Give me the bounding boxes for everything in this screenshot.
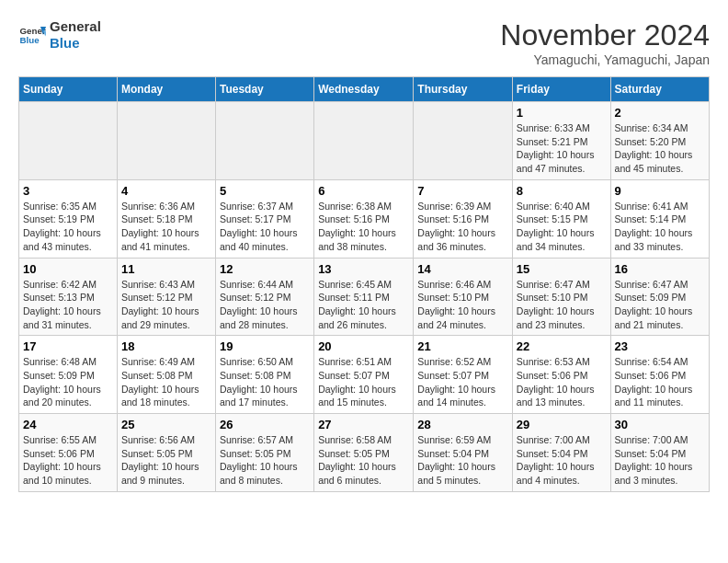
calendar-cell: 8Sunrise: 6:40 AM Sunset: 5:15 PM Daylig… bbox=[512, 179, 610, 258]
day-info: Sunrise: 6:56 AM Sunset: 5:05 PM Dayligh… bbox=[121, 433, 211, 488]
day-info: Sunrise: 6:40 AM Sunset: 5:15 PM Dayligh… bbox=[517, 200, 607, 254]
calendar-cell bbox=[19, 102, 118, 180]
day-info: Sunrise: 6:55 AM Sunset: 5:06 PM Dayligh… bbox=[23, 433, 113, 488]
calendar-cell: 6Sunrise: 6:38 AM Sunset: 5:16 PM Daylig… bbox=[314, 179, 414, 258]
day-number: 2 bbox=[615, 106, 705, 120]
calendar-week-4: 17Sunrise: 6:48 AM Sunset: 5:09 PM Dayli… bbox=[19, 336, 710, 414]
day-number: 27 bbox=[318, 418, 409, 431]
title-area: November 2024 Yamaguchi, Yamaguchi, Japa… bbox=[500, 18, 710, 67]
day-info: Sunrise: 6:39 AM Sunset: 5:16 PM Dayligh… bbox=[417, 200, 508, 254]
header: General Blue General Blue November 2024 … bbox=[18, 18, 710, 67]
day-number: 26 bbox=[220, 418, 310, 431]
day-number: 14 bbox=[417, 262, 508, 276]
calendar-cell: 27Sunrise: 6:58 AM Sunset: 5:05 PM Dayli… bbox=[314, 414, 414, 492]
calendar-cell: 4Sunrise: 6:36 AM Sunset: 5:18 PM Daylig… bbox=[117, 179, 215, 258]
day-number: 1 bbox=[517, 106, 607, 120]
day-number: 29 bbox=[517, 418, 607, 431]
calendar-cell: 21Sunrise: 6:52 AM Sunset: 5:07 PM Dayli… bbox=[414, 336, 513, 414]
day-info: Sunrise: 6:34 AM Sunset: 5:20 PM Dayligh… bbox=[615, 121, 705, 176]
calendar-cell: 11Sunrise: 6:43 AM Sunset: 5:12 PM Dayli… bbox=[117, 258, 215, 336]
day-number: 30 bbox=[615, 418, 705, 431]
day-info: Sunrise: 6:36 AM Sunset: 5:18 PM Dayligh… bbox=[121, 200, 211, 254]
calendar-cell: 17Sunrise: 6:48 AM Sunset: 5:09 PM Dayli… bbox=[19, 336, 118, 414]
calendar-week-3: 10Sunrise: 6:42 AM Sunset: 5:13 PM Dayli… bbox=[19, 258, 710, 336]
calendar-cell: 15Sunrise: 6:47 AM Sunset: 5:10 PM Dayli… bbox=[512, 258, 610, 336]
day-info: Sunrise: 7:00 AM Sunset: 5:04 PM Dayligh… bbox=[615, 433, 705, 488]
day-header-friday: Friday bbox=[512, 77, 610, 102]
calendar-cell: 26Sunrise: 6:57 AM Sunset: 5:05 PM Dayli… bbox=[215, 414, 313, 492]
calendar-cell: 2Sunrise: 6:34 AM Sunset: 5:20 PM Daylig… bbox=[610, 102, 709, 180]
day-header-wednesday: Wednesday bbox=[314, 77, 414, 102]
calendar-week-1: 1Sunrise: 6:33 AM Sunset: 5:21 PM Daylig… bbox=[19, 102, 710, 180]
day-info: Sunrise: 6:57 AM Sunset: 5:05 PM Dayligh… bbox=[220, 433, 310, 488]
day-info: Sunrise: 6:47 AM Sunset: 5:10 PM Dayligh… bbox=[517, 278, 607, 332]
day-info: Sunrise: 7:00 AM Sunset: 5:04 PM Dayligh… bbox=[517, 433, 607, 488]
day-header-sunday: Sunday bbox=[19, 77, 118, 102]
calendar-cell: 24Sunrise: 6:55 AM Sunset: 5:06 PM Dayli… bbox=[19, 414, 118, 492]
calendar-cell: 1Sunrise: 6:33 AM Sunset: 5:21 PM Daylig… bbox=[512, 102, 610, 180]
day-info: Sunrise: 6:58 AM Sunset: 5:05 PM Dayligh… bbox=[318, 433, 409, 488]
day-number: 16 bbox=[615, 262, 705, 276]
day-number: 21 bbox=[417, 339, 508, 353]
day-header-tuesday: Tuesday bbox=[215, 77, 313, 102]
day-number: 25 bbox=[121, 418, 211, 431]
calendar-cell: 16Sunrise: 6:47 AM Sunset: 5:09 PM Dayli… bbox=[610, 258, 709, 336]
calendar-cell: 20Sunrise: 6:51 AM Sunset: 5:07 PM Dayli… bbox=[314, 336, 414, 414]
calendar-cell: 9Sunrise: 6:41 AM Sunset: 5:14 PM Daylig… bbox=[610, 179, 709, 258]
day-info: Sunrise: 6:59 AM Sunset: 5:04 PM Dayligh… bbox=[417, 433, 508, 488]
calendar-cell bbox=[117, 102, 215, 180]
day-info: Sunrise: 6:52 AM Sunset: 5:07 PM Dayligh… bbox=[417, 355, 508, 409]
calendar-cell: 14Sunrise: 6:46 AM Sunset: 5:10 PM Dayli… bbox=[414, 258, 513, 336]
day-header-saturday: Saturday bbox=[610, 77, 709, 102]
day-number: 19 bbox=[220, 339, 310, 353]
calendar-cell bbox=[314, 102, 414, 180]
day-number: 5 bbox=[220, 184, 310, 198]
day-number: 24 bbox=[23, 418, 113, 431]
logo-text: General Blue bbox=[50, 18, 101, 52]
calendar-cell: 22Sunrise: 6:53 AM Sunset: 5:06 PM Dayli… bbox=[512, 336, 610, 414]
day-header-monday: Monday bbox=[117, 77, 215, 102]
calendar-cell: 13Sunrise: 6:45 AM Sunset: 5:11 PM Dayli… bbox=[314, 258, 414, 336]
day-number: 7 bbox=[417, 184, 508, 198]
day-header-thursday: Thursday bbox=[414, 77, 513, 102]
calendar-cell: 25Sunrise: 6:56 AM Sunset: 5:05 PM Dayli… bbox=[117, 414, 215, 492]
calendar-header-row: SundayMondayTuesdayWednesdayThursdayFrid… bbox=[19, 77, 710, 102]
day-number: 6 bbox=[318, 184, 409, 198]
calendar-cell: 29Sunrise: 7:00 AM Sunset: 5:04 PM Dayli… bbox=[512, 414, 610, 492]
day-info: Sunrise: 6:49 AM Sunset: 5:08 PM Dayligh… bbox=[121, 355, 211, 409]
day-info: Sunrise: 6:38 AM Sunset: 5:16 PM Dayligh… bbox=[318, 200, 409, 254]
calendar-cell: 5Sunrise: 6:37 AM Sunset: 5:17 PM Daylig… bbox=[215, 179, 313, 258]
calendar-week-5: 24Sunrise: 6:55 AM Sunset: 5:06 PM Dayli… bbox=[19, 414, 710, 492]
day-number: 18 bbox=[121, 339, 211, 353]
page-subtitle: Yamaguchi, Yamaguchi, Japan bbox=[500, 52, 710, 67]
day-number: 28 bbox=[417, 418, 508, 431]
calendar-cell: 30Sunrise: 7:00 AM Sunset: 5:04 PM Dayli… bbox=[610, 414, 709, 492]
calendar-cell: 12Sunrise: 6:44 AM Sunset: 5:12 PM Dayli… bbox=[215, 258, 313, 336]
day-info: Sunrise: 6:44 AM Sunset: 5:12 PM Dayligh… bbox=[220, 278, 310, 332]
day-number: 8 bbox=[517, 184, 607, 198]
day-number: 17 bbox=[23, 339, 113, 353]
calendar-week-2: 3Sunrise: 6:35 AM Sunset: 5:19 PM Daylig… bbox=[19, 179, 710, 258]
logo-icon: General Blue bbox=[18, 21, 46, 49]
calendar-cell: 28Sunrise: 6:59 AM Sunset: 5:04 PM Dayli… bbox=[414, 414, 513, 492]
page-title: November 2024 bbox=[500, 18, 710, 52]
calendar-table: SundayMondayTuesdayWednesdayThursdayFrid… bbox=[18, 76, 710, 492]
day-number: 9 bbox=[615, 184, 705, 198]
day-info: Sunrise: 6:48 AM Sunset: 5:09 PM Dayligh… bbox=[23, 355, 113, 409]
calendar-cell bbox=[414, 102, 513, 180]
day-info: Sunrise: 6:51 AM Sunset: 5:07 PM Dayligh… bbox=[318, 355, 409, 409]
calendar-cell bbox=[215, 102, 313, 180]
day-info: Sunrise: 6:50 AM Sunset: 5:08 PM Dayligh… bbox=[220, 355, 310, 409]
day-info: Sunrise: 6:41 AM Sunset: 5:14 PM Dayligh… bbox=[615, 200, 705, 254]
day-number: 20 bbox=[318, 339, 409, 353]
day-info: Sunrise: 6:47 AM Sunset: 5:09 PM Dayligh… bbox=[615, 278, 705, 332]
day-info: Sunrise: 6:42 AM Sunset: 5:13 PM Dayligh… bbox=[23, 278, 113, 332]
calendar-cell: 3Sunrise: 6:35 AM Sunset: 5:19 PM Daylig… bbox=[19, 179, 118, 258]
day-info: Sunrise: 6:35 AM Sunset: 5:19 PM Dayligh… bbox=[23, 200, 113, 254]
day-number: 22 bbox=[517, 339, 607, 353]
day-number: 23 bbox=[615, 339, 705, 353]
calendar-cell: 7Sunrise: 6:39 AM Sunset: 5:16 PM Daylig… bbox=[414, 179, 513, 258]
day-number: 13 bbox=[318, 262, 409, 276]
day-number: 10 bbox=[23, 262, 113, 276]
day-number: 3 bbox=[23, 184, 113, 198]
